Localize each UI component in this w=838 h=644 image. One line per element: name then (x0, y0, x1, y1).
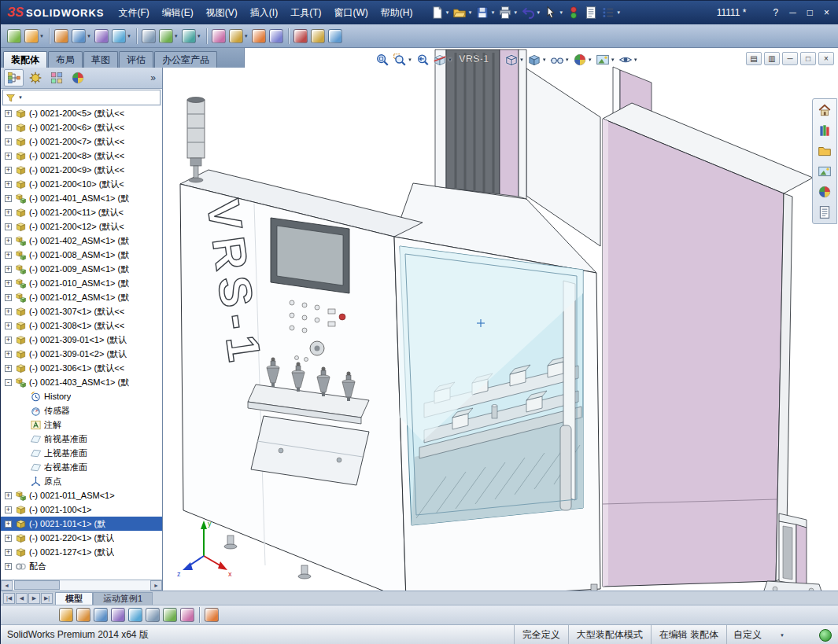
edit-component-button[interactable] (6, 27, 23, 46)
move-component-button[interactable] (127, 605, 144, 624)
tree-item[interactable]: +(-) 0021-200<6> (默认<< (1, 120, 162, 134)
solidworks-resources-tab[interactable] (814, 101, 835, 120)
expand-icon[interactable]: + (5, 280, 12, 287)
design-library-tab[interactable] (814, 121, 835, 140)
exploded-view-button[interactable] (203, 605, 220, 624)
tree-item[interactable]: +(-) 0021-200<7> (默认<< (1, 134, 162, 149)
displaymanager-tab[interactable] (68, 69, 87, 86)
insert-components-button[interactable] (57, 605, 75, 624)
tree-item[interactable]: +(-) 0021-127<1> (默认 (1, 545, 162, 559)
first-tab-button[interactable]: |◀ (3, 593, 15, 604)
tree-item[interactable]: 前视基准面 (1, 432, 162, 446)
close-button[interactable]: × (824, 7, 829, 18)
appearances-scenes-tab[interactable] (814, 182, 835, 201)
tree-item[interactable]: +(-) 0021-200<11> (默认< (1, 205, 162, 219)
linear-component-pattern-button[interactable]: ▼ (70, 27, 93, 46)
tree-item[interactable]: +(-) 0021-200<10> (默认< (1, 177, 162, 191)
mate-button[interactable] (75, 605, 92, 624)
filter-dropdown-icon[interactable]: ▼ (18, 95, 23, 100)
interference-detection-button[interactable] (292, 27, 309, 46)
child-minimize-button[interactable]: ─ (782, 52, 798, 65)
rebuild-button[interactable] (565, 4, 582, 21)
expand-icon[interactable]: + (5, 322, 12, 329)
assembly-features-button[interactable] (161, 605, 179, 624)
mass-properties-button[interactable] (327, 27, 344, 46)
expand-icon[interactable]: + (5, 181, 12, 188)
maximize-button[interactable]: □ (807, 7, 813, 18)
tree-item[interactable]: 注解 (1, 418, 162, 432)
next-tab-button[interactable]: ▶ (28, 593, 40, 604)
tree-item[interactable]: -(-) 0021-403_ASM<1> (默 (1, 375, 162, 389)
tree-item[interactable]: +(-) 0021-200<12> (默认< (1, 219, 162, 234)
tree-item[interactable]: +(-) 0021-100<1> (1, 502, 162, 517)
menu-view[interactable]: 视图(V) (200, 3, 244, 23)
child-restore-button[interactable]: □ (800, 52, 816, 65)
instant3d-button[interactable] (268, 27, 285, 46)
measure-button[interactable] (309, 27, 327, 46)
tree-item[interactable]: +(-) 0021-308<1> (默认<< (1, 318, 162, 333)
configurationmanager-tab[interactable] (46, 69, 66, 86)
scroll-right-button[interactable]: ► (150, 580, 162, 591)
expand-icon[interactable]: + (5, 167, 12, 174)
smart-fasteners-button[interactable] (109, 605, 127, 624)
status-custom-dropdown[interactable]: 自定义 ▼ (726, 625, 813, 644)
display-style-button[interactable]: ▼ (526, 50, 548, 69)
3d-model[interactable]: VRS-1 VRS-1 (163, 48, 838, 591)
menu-file[interactable]: 文件(F) (113, 3, 156, 23)
panel-overflow-button[interactable]: » (147, 72, 159, 83)
expand-icon[interactable]: + (5, 294, 12, 301)
tree-filter-input[interactable] (24, 93, 157, 102)
custom-properties-tab[interactable] (814, 203, 835, 222)
previous-view-button[interactable] (414, 50, 431, 69)
hide-show-items-button[interactable]: ▼ (548, 50, 571, 69)
tree-item[interactable]: +(-) 0021-009_ASM<1> (默 (1, 262, 162, 276)
open-button[interactable]: ▼ (451, 4, 474, 21)
smart-fasteners-button[interactable] (93, 27, 110, 46)
child-close-button[interactable]: × (818, 52, 834, 65)
tree-item[interactable]: +(-) 0021-220<1> (默认 (1, 531, 162, 545)
zoom-area-button[interactable]: ▼ (391, 50, 414, 69)
tab-motion-study-1[interactable]: 运动算例1 (93, 592, 153, 605)
tree-item[interactable]: 原点 (1, 474, 162, 488)
menu-window[interactable]: 窗口(W) (328, 3, 375, 23)
tab-assembly[interactable]: 装配体 (3, 51, 47, 68)
tree-item[interactable]: +(-) 0021-307<1> (默认<< (1, 304, 162, 318)
expand-icon[interactable]: + (5, 549, 12, 556)
view-palette-tab[interactable] (814, 162, 835, 181)
tree-item[interactable]: +(-) 0021-309-01<2> (默认 (1, 347, 162, 361)
view-orientation-button[interactable]: ▼ (503, 50, 526, 69)
expand-icon[interactable]: + (5, 138, 12, 145)
tree-item[interactable]: +(-) 0021-200<8> (默认<< (1, 149, 162, 163)
tree-item[interactable]: +(-) 0021-011_ASM<1> (1, 488, 162, 502)
expand-icon[interactable]: + (5, 308, 12, 315)
tree-item[interactable]: 传感器 (1, 403, 162, 418)
new-button[interactable]: ▼ (429, 4, 452, 21)
last-tab-button[interactable]: ▶| (41, 593, 53, 604)
file-properties-button[interactable] (582, 4, 600, 21)
menu-help[interactable]: 帮助(H) (375, 3, 419, 23)
tree-item[interactable]: +(-) 0021-200<5> (默认<< (1, 106, 162, 120)
menu-edit[interactable]: 编辑(E) (156, 3, 200, 23)
split-pane-button[interactable]: ▥ (764, 52, 780, 65)
expand-icon[interactable]: + (5, 124, 12, 131)
featuremanager-tab[interactable] (4, 69, 24, 86)
insert-components-button[interactable]: ▼ (23, 27, 46, 46)
tree-item[interactable]: +(-) 0021-402_ASM<1> (默 (1, 234, 162, 248)
expand-icon[interactable]: + (5, 237, 12, 245)
tab-evaluate[interactable]: 评估 (119, 51, 153, 68)
tree-item[interactable]: +配合 (1, 559, 162, 573)
menu-tools[interactable]: 工具(T) (284, 3, 327, 23)
section-view-button[interactable]: ▼ (431, 50, 454, 69)
menu-insert[interactable]: 插入(I) (244, 3, 284, 23)
reference-geometry-button[interactable]: ▼ (180, 27, 203, 46)
tree-item[interactable]: +(-) 0021-401_ASM<1> (默 (1, 191, 162, 205)
expand-icon[interactable]: + (5, 506, 12, 513)
tree-item[interactable]: +(-) 0021-101<1> (默 (1, 517, 162, 531)
bill-of-materials-button[interactable]: ▼ (227, 27, 250, 46)
move-component-button[interactable]: ▼ (110, 27, 133, 46)
new-motion-study-button[interactable] (179, 605, 196, 624)
expand-icon[interactable]: + (5, 365, 12, 372)
status-globe-icon[interactable] (819, 629, 832, 642)
linear-component-pattern-button[interactable] (92, 605, 109, 624)
tree-item[interactable]: +(-) 0021-008_ASM<1> (默 (1, 248, 162, 262)
